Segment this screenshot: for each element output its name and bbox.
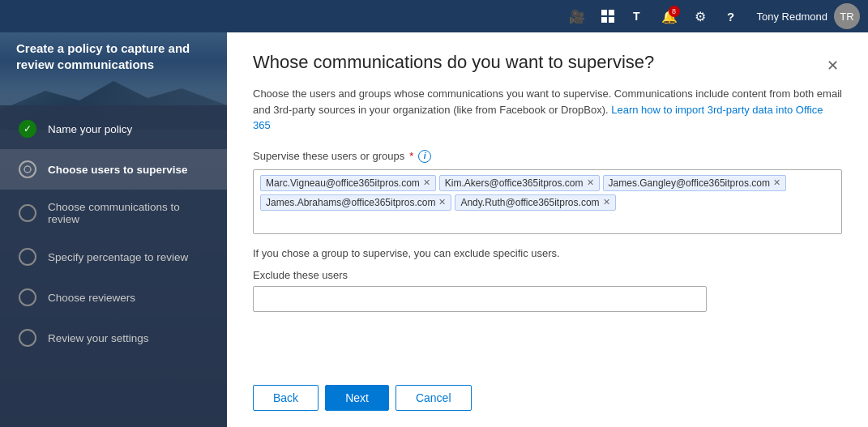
step-circle-choose-comms	[19, 204, 36, 222]
step-label-specify-pct: Specify percentage to review	[48, 251, 188, 263]
tag-email: Kim.Akers@office365itpros.com	[445, 177, 584, 189]
topbar-icon-group: 🎥 T 🔔 8 ⚙ ? Tony Redmond TR	[564, 3, 860, 29]
sidebar-item-review-settings[interactable]: Review your settings	[0, 318, 227, 358]
dialog-header: Whose communications do you want to supe…	[227, 32, 868, 86]
close-button[interactable]: ✕	[823, 53, 842, 78]
back-button[interactable]: Back	[253, 385, 319, 411]
svg-rect-1	[609, 10, 614, 15]
supervise-tag-input[interactable]: Marc.Vigneau@office365itpros.com ✕ Kim.A…	[253, 169, 842, 234]
step-label-name-policy: Name your policy	[48, 123, 132, 135]
tag-remove-marc-vigneau[interactable]: ✕	[423, 178, 430, 187]
step-circle-review-settings	[19, 329, 36, 347]
tag-remove-andy-ruth[interactable]: ✕	[603, 198, 610, 207]
svg-rect-3	[609, 17, 614, 23]
sidebar-header: Create a policy to capture and review co…	[0, 32, 227, 105]
step-label-choose-users: Choose users to supervise	[48, 164, 188, 176]
sidebar-item-name-policy[interactable]: ✓ Name your policy	[0, 109, 227, 149]
step-circle-choose-users	[19, 160, 36, 178]
tag-remove-james-abrahams[interactable]: ✕	[438, 198, 446, 207]
group-exclude-note: If you chose a group to supervise, you c…	[253, 247, 842, 259]
svg-text:T: T	[633, 10, 640, 23]
exclude-users-input[interactable]	[253, 286, 707, 312]
required-star: *	[409, 150, 413, 162]
dialog-panel: Whose communications do you want to supe…	[227, 32, 868, 427]
user-name: Tony Redmond	[757, 11, 827, 23]
sidebar-item-choose-comms[interactable]: Choose communications to review	[0, 190, 227, 237]
dialog-description: Choose the users and groups whose commun…	[253, 86, 842, 134]
step-label-review-settings: Review your settings	[48, 332, 149, 344]
tag-email: James.Gangley@office365itpros.com	[609, 177, 770, 189]
exclude-label: Exclude these users	[253, 269, 842, 281]
step-circle-name-policy: ✓	[19, 120, 36, 138]
sidebar: Create a policy to capture and review co…	[0, 32, 227, 427]
dialog-body: Choose the users and groups whose commun…	[227, 86, 868, 372]
info-icon[interactable]: i	[418, 150, 431, 163]
tag-james-gangley: James.Gangley@office365itpros.com ✕	[603, 175, 786, 191]
bell-icon[interactable]: 🔔 8	[656, 3, 682, 29]
tag-remove-james-gangley[interactable]: ✕	[773, 178, 780, 187]
dialog-footer: Back Next Cancel	[227, 372, 868, 427]
step-label-choose-comms: Choose communications to review	[48, 201, 211, 225]
svg-rect-2	[601, 17, 607, 23]
tag-andy-ruth: Andy.Ruth@office365itpros.com ✕	[455, 194, 615, 211]
notification-badge: 8	[669, 6, 680, 17]
sidebar-item-choose-users[interactable]: Choose users to supervise	[0, 149, 227, 190]
teams-icon[interactable]: T	[626, 3, 652, 29]
sidebar-header-text: Create a policy to capture and review co…	[16, 41, 211, 72]
tag-james-abrahams: James.Abrahams@office365itpros.com ✕	[260, 194, 451, 211]
sidebar-item-choose-reviewers[interactable]: Choose reviewers	[0, 277, 227, 318]
supervise-field-label: Supervise these users or groups * i	[253, 150, 842, 163]
dialog-title: Whose communications do you want to supe…	[253, 52, 654, 73]
main-area: Create a policy to capture and review co…	[0, 32, 868, 427]
settings-icon[interactable]: ⚙	[687, 3, 713, 29]
grid-icon[interactable]	[595, 3, 621, 29]
video-icon[interactable]: 🎥	[564, 3, 590, 29]
tag-remove-kim-akers[interactable]: ✕	[587, 178, 594, 187]
tag-email: Marc.Vigneau@office365itpros.com	[266, 177, 420, 189]
cancel-button[interactable]: Cancel	[396, 385, 472, 411]
topbar: 🎥 T 🔔 8 ⚙ ? Tony Redmond TR	[0, 0, 868, 32]
sidebar-content: Create a policy to capture and review co…	[0, 32, 227, 427]
next-button[interactable]: Next	[325, 385, 389, 411]
step-circle-choose-reviewers	[19, 288, 36, 306]
svg-rect-0	[601, 10, 607, 15]
tag-email: Andy.Ruth@office365itpros.com	[460, 197, 599, 208]
tag-marc-vigneau: Marc.Vigneau@office365itpros.com ✕	[260, 175, 436, 191]
help-icon[interactable]: ?	[718, 3, 744, 29]
sidebar-item-specify-pct[interactable]: Specify percentage to review	[0, 237, 227, 277]
user-menu[interactable]: Tony Redmond TR	[757, 3, 860, 29]
sidebar-steps: ✓ Name your policy Choose users to super…	[0, 105, 227, 427]
tag-email: James.Abrahams@office365itpros.com	[266, 197, 435, 208]
avatar: TR	[834, 3, 860, 29]
tag-kim-akers: Kim.Akers@office365itpros.com ✕	[439, 175, 600, 191]
step-circle-specify-pct	[19, 248, 36, 266]
supervise-label-text: Supervise these users or groups	[253, 150, 404, 162]
step-label-choose-reviewers: Choose reviewers	[48, 292, 135, 304]
svg-point-5	[24, 166, 31, 173]
